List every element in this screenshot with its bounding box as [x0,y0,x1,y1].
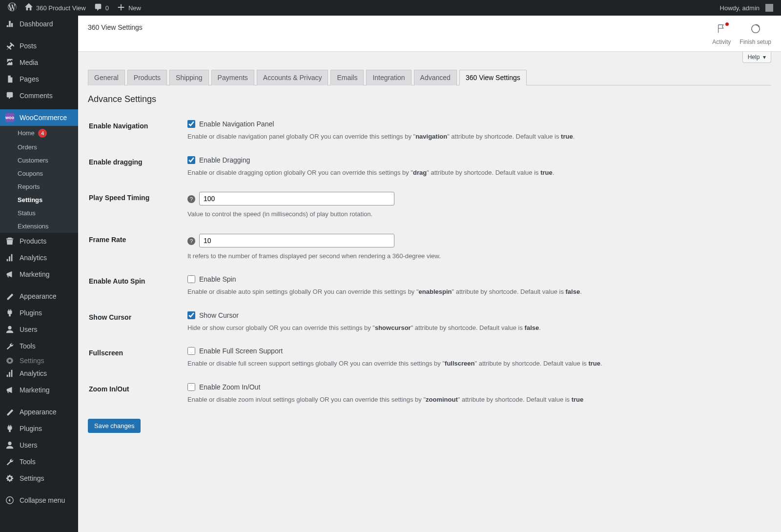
sub-orders[interactable]: Orders [0,141,78,154]
comment-icon [94,3,103,13]
menu-analytics2[interactable]: Analytics [0,365,78,382]
checkbox-label-enable-navigation: Enable Navigation Panel [199,120,274,128]
plus-icon [117,3,125,13]
sub-extensions[interactable]: Extensions [0,220,78,233]
desc-fullscreen: Enable or disable full screen support se… [187,359,765,368]
checkbox-label-fullscreen: Enable Full Screen Support [199,347,283,355]
tab-shipping[interactable]: Shipping [169,70,209,85]
desc-zoom: Enable or disable zoom in/out settings g… [187,395,765,405]
comment-icon [5,91,15,100]
menu-dashboard[interactable]: Dashboard [0,16,78,32]
menu-settings-trunc[interactable]: Settings [0,354,78,365]
menu-media[interactable]: Media [0,54,78,71]
svg-point-0 [8,326,11,329]
checkbox-fullscreen[interactable] [187,347,195,355]
sub-reports[interactable]: Reports [0,180,78,193]
menu-users2[interactable]: Users [0,437,78,443]
settings-form: Enable Navigation Enable Navigation Pane… [88,112,771,412]
plugins-icon [5,424,15,433]
label-zoom: Zoom In/Out [89,376,186,411]
tab-products[interactable]: Products [127,70,167,85]
admin-menu: Dashboard Posts Media Pages Comments woo… [0,16,78,443]
label-fullscreen: Fullscreen [89,340,186,375]
site-link[interactable]: 360 Product View [21,0,90,16]
checkbox-show-cursor[interactable] [187,311,195,319]
avatar [765,4,773,12]
wc-header: 360 View Settings Activity Finish setup [78,16,781,52]
pin-icon [5,41,15,50]
menu-users[interactable]: Users [0,321,78,338]
label-enable-auto-spin: Enable Auto Spin [89,268,186,304]
menu-appearance[interactable]: Appearance [0,288,78,305]
menu-plugins2[interactable]: Plugins [0,420,78,437]
menu-woocommerce[interactable]: wooWooCommerce [0,109,78,126]
comments-link[interactable]: 0 [90,0,113,16]
tab-360-view-settings[interactable]: 360 View Settings [459,70,527,85]
desc-enable-auto-spin: Enable or disable auto spin settings glo… [187,287,765,297]
my-account[interactable]: Howdy, admin [716,0,777,16]
menu-plugins[interactable]: Plugins [0,305,78,321]
label-show-cursor: Show Cursor [89,305,186,340]
svg-point-1 [8,359,11,362]
woocommerce-submenu: Home 4 Orders Customers Coupons Reports … [0,126,78,233]
new-label: New [128,4,141,12]
plugins-icon [5,308,15,317]
wp-logo[interactable] [4,0,21,16]
new-content[interactable]: New [113,0,145,16]
sub-settings[interactable]: Settings [0,193,78,206]
tab-integration[interactable]: Integration [366,70,411,85]
page-title: 360 View Settings [88,23,143,31]
tab-general[interactable]: General [88,70,125,85]
tab-accounts-privacy[interactable]: Accounts & Privacy [257,70,329,85]
sub-coupons[interactable]: Coupons [0,167,78,180]
checkbox-label-zoom: Enable Zoom In/Out [199,383,260,391]
menu-products[interactable]: Products [0,233,78,249]
checkbox-enable-auto-spin[interactable] [187,275,195,283]
menu-posts[interactable]: Posts [0,38,78,54]
help-tab[interactable]: Help ▾ [742,52,771,63]
site-name: 360 Product View [36,4,86,12]
admin-bar: 360 Product View 0 New Howdy, admin [0,0,781,16]
media-icon [5,58,15,67]
menu-pages[interactable]: Pages [0,71,78,87]
save-button[interactable]: Save changes [88,419,141,433]
menu-marketing[interactable]: Marketing [0,266,78,283]
desc-show-cursor: Hide or show cursor globally OR you can … [187,323,765,333]
tab-advanced[interactable]: Advanced [414,70,457,85]
finish-setup-button[interactable]: Finish setup [740,23,771,45]
menu-tools[interactable]: Tools [0,338,78,354]
products-icon [5,237,15,246]
users-icon [5,325,15,334]
howdy-text: Howdy, admin [720,4,760,12]
menu-analytics[interactable]: Analytics [0,249,78,266]
settings-tabs: GeneralProductsShippingPaymentsAccounts … [88,67,771,85]
label-enable-dragging: Enable dragging [89,149,186,184]
svg-point-2 [8,442,11,443]
menu-comments[interactable]: Comments [0,87,78,104]
sub-customers[interactable]: Customers [0,154,78,167]
home-icon [24,3,33,13]
comments-count: 0 [105,4,109,12]
section-title: Advance Settings [88,94,771,104]
input-frame-rate[interactable] [199,234,394,247]
desc-enable-navigation: Enable or disable navigation panel globa… [187,132,765,142]
desc-play-speed: Value to control the speed (in milliseco… [187,209,765,219]
help-tip-icon[interactable]: ? [187,195,195,203]
activity-button[interactable]: Activity [712,23,731,45]
input-play-speed[interactable] [199,192,394,205]
tab-emails[interactable]: Emails [330,70,364,85]
sub-status[interactable]: Status [0,206,78,220]
sub-home[interactable]: Home 4 [0,126,78,141]
marketing-icon [5,386,15,394]
menu-marketing2[interactable]: Marketing [0,382,78,398]
checkbox-enable-dragging[interactable] [187,156,195,164]
woocommerce-icon: woo [5,113,15,122]
analytics-icon [5,369,15,378]
analytics-icon [5,253,15,262]
appearance-icon [5,292,15,301]
tab-payments[interactable]: Payments [211,70,254,85]
help-tip-icon[interactable]: ? [187,237,195,245]
menu-appearance2[interactable]: Appearance [0,404,78,420]
checkbox-zoom[interactable] [187,383,195,391]
checkbox-enable-navigation[interactable] [187,120,195,128]
